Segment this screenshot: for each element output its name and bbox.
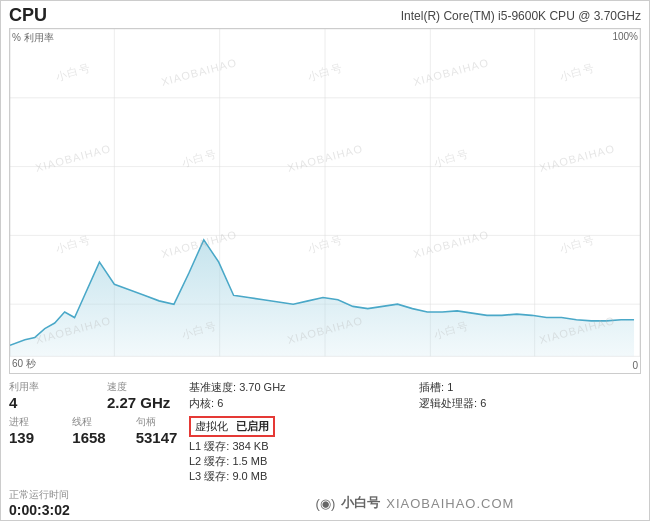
cores: 内核: 6 [189, 396, 411, 412]
page-title: CPU [9, 5, 47, 26]
utilization-value: 4 [9, 394, 91, 411]
virtualization-label: 虚拟化 [195, 419, 228, 434]
l2-label: L2 缓存: [189, 455, 229, 467]
main-window: CPU Intel(R) Core(TM) i5-9600K CPU @ 3.7… [0, 0, 650, 521]
x-axis-right: 0 [632, 360, 638, 371]
l1-label: L1 缓存: [189, 440, 229, 452]
base-speed: 基准速度: 3.70 GHz [189, 380, 411, 396]
speed-value: 2.27 GHz [107, 394, 189, 411]
stats-row-2: 进程 139 线程 1658 句柄 53147 虚拟化 已启用 [9, 415, 641, 484]
cores-value: 6 [217, 397, 223, 409]
x-axis-label: 60 秒 [12, 357, 36, 371]
speed-label: 速度 [107, 380, 189, 394]
handles-value: 53147 [136, 429, 189, 446]
base-speed-label: 基准速度: [189, 381, 236, 393]
virtualization-value: 已启用 [236, 419, 269, 434]
stat-handles: 句柄 53147 [136, 415, 189, 446]
cores-label: 内核: [189, 397, 214, 409]
l2-value: 1.5 MB [232, 455, 267, 467]
processes-label: 进程 [9, 415, 62, 429]
uptime-label: 正常运行时间 [9, 488, 189, 502]
chart-grid [10, 29, 640, 373]
cpu-chart: % 利用率 100% [9, 28, 641, 374]
stat-speed: 速度 2.27 GHz [107, 380, 189, 411]
l1-cache: L1 缓存: 384 KB [189, 439, 641, 454]
handles-label: 句柄 [136, 415, 189, 429]
sockets-label: 插槽: [419, 381, 444, 393]
logical-processors-label: 逻辑处理器: [419, 397, 477, 409]
sockets-value: 1 [447, 381, 453, 393]
threads-value: 1658 [72, 429, 125, 446]
logo-name: 小白号 [341, 494, 380, 512]
bottom-watermark: XIAOBAIHAO.COM [386, 496, 514, 511]
stats-panel: 利用率 4 速度 2.27 GHz 基准速度: 3.70 GHz 插槽: 1 [1, 376, 649, 520]
l2-cache: L2 缓存: 1.5 MB [189, 454, 641, 469]
sockets: 插槽: 1 [419, 380, 641, 396]
l3-value: 9.0 MB [232, 470, 267, 482]
header: CPU Intel(R) Core(TM) i5-9600K CPU @ 3.7… [1, 1, 649, 28]
stat-uptime: 正常运行时间 0:00:3:02 [9, 488, 189, 518]
utilization-label: 利用率 [9, 380, 91, 394]
stat-utilization: 利用率 4 [9, 380, 91, 411]
threads-label: 线程 [72, 415, 125, 429]
l3-label: L3 缓存: [189, 470, 229, 482]
logical-processors-value: 6 [480, 397, 486, 409]
stats-row-3: 正常运行时间 0:00:3:02 (◉) 小白号 XIAOBAIHAO.COM [9, 488, 641, 518]
stat-threads: 线程 1658 [72, 415, 125, 446]
l1-value: 384 KB [232, 440, 268, 452]
stat-processes: 进程 139 [9, 415, 62, 446]
logo-symbol: (◉) [316, 496, 336, 511]
processes-value: 139 [9, 429, 62, 446]
virtualization-row: 虚拟化 已启用 [189, 416, 275, 437]
stats-row-1: 利用率 4 速度 2.27 GHz 基准速度: 3.70 GHz 插槽: 1 [9, 380, 641, 411]
logical-processors: 逻辑处理器: 6 [419, 396, 641, 412]
uptime-value: 0:00:3:02 [9, 502, 189, 518]
base-speed-value: 3.70 GHz [239, 381, 285, 393]
cpu-name: Intel(R) Core(TM) i5-9600K CPU @ 3.70GHz [401, 9, 641, 23]
l3-cache: L3 缓存: 9.0 MB [189, 469, 641, 484]
